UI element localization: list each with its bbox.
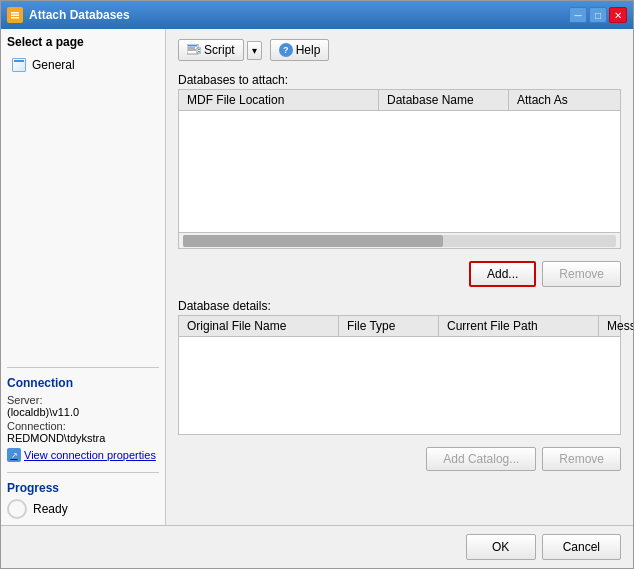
window-controls: ─ □ ✕	[569, 7, 627, 23]
content-area: Select a page General Connection Server:…	[1, 29, 633, 525]
databases-grid-header: MDF File Location Database Name Attach A…	[179, 90, 620, 111]
details-remove-button[interactable]: Remove	[542, 447, 621, 471]
server-value: (localdb)\v11.0	[7, 406, 159, 418]
maximize-button[interactable]: □	[589, 7, 607, 23]
help-button[interactable]: ? Help	[270, 39, 330, 61]
databases-grid: MDF File Location Database Name Attach A…	[178, 89, 621, 249]
svg-rect-1	[11, 12, 19, 14]
col-file-type: File Type	[339, 316, 439, 336]
title-bar: Attach Databases ─ □ ✕	[1, 1, 633, 29]
app-icon	[7, 7, 23, 23]
general-page-icon	[11, 57, 27, 73]
script-button[interactable]: Script	[178, 39, 244, 61]
main-panel: Script ▾ ? Help Databases to attach: MDF…	[166, 29, 633, 525]
svg-rect-3	[11, 17, 19, 19]
details-grid: Original File Name File Type Current Fil…	[178, 315, 621, 435]
col-database-name: Database Name	[379, 90, 509, 110]
databases-button-row: Add... Remove	[178, 261, 621, 287]
server-label: Server:	[7, 394, 159, 406]
connection-section-title: Connection	[7, 376, 159, 390]
connection-label: Connection:	[7, 420, 159, 432]
svg-rect-2	[11, 15, 19, 17]
main-window: Attach Databases ─ □ ✕ Select a page Gen…	[0, 0, 634, 569]
script-icon	[187, 44, 201, 56]
horizontal-scrollbar-container	[179, 232, 620, 248]
select-page-label: Select a page	[7, 35, 159, 49]
add-catalog-button[interactable]: Add Catalog...	[426, 447, 536, 471]
col-attach-as: Attach As	[509, 90, 621, 110]
link-icon: ↗	[7, 448, 21, 462]
progress-status: Ready	[33, 502, 68, 516]
toolbar: Script ▾ ? Help	[178, 39, 621, 61]
progress-section-title: Progress	[7, 481, 159, 495]
svg-rect-6	[188, 48, 195, 49]
databases-label: Databases to attach:	[178, 73, 621, 87]
close-button[interactable]: ✕	[609, 7, 627, 23]
connection-value: REDMOND\tdykstra	[7, 432, 159, 444]
col-mdf-location: MDF File Location	[179, 90, 379, 110]
svg-rect-8	[197, 48, 201, 53]
databases-section: Databases to attach: MDF File Location D…	[178, 73, 621, 249]
details-section: Database details: Original File Name Fil…	[178, 299, 621, 435]
details-grid-header: Original File Name File Type Current Fil…	[179, 316, 620, 337]
progress-content: Ready	[7, 499, 159, 519]
help-icon: ?	[279, 43, 293, 57]
footer: OK Cancel	[1, 525, 633, 568]
col-orig-filename: Original File Name	[179, 316, 339, 336]
horizontal-scrollbar[interactable]	[183, 235, 616, 247]
svg-rect-10	[198, 51, 200, 52]
details-button-row: Add Catalog... Remove	[178, 447, 621, 471]
view-connection-link[interactable]: ↗ View connection properties	[7, 448, 159, 462]
remove-button[interactable]: Remove	[542, 261, 621, 287]
details-label: Database details:	[178, 299, 621, 313]
window-title: Attach Databases	[29, 8, 130, 22]
progress-spinner	[7, 499, 27, 519]
add-button[interactable]: Add...	[469, 261, 536, 287]
svg-rect-7	[188, 50, 196, 51]
svg-rect-5	[188, 45, 197, 47]
databases-grid-body[interactable]	[179, 111, 620, 232]
sidebar-item-general[interactable]: General	[7, 55, 159, 75]
progress-section: Progress Ready	[7, 472, 159, 519]
title-bar-left: Attach Databases	[7, 7, 130, 23]
sidebar-item-label: General	[32, 58, 75, 72]
details-grid-body[interactable]	[179, 337, 620, 434]
connection-section: Connection Server: (localdb)\v11.0 Conne…	[7, 367, 159, 462]
col-current-path: Current File Path	[439, 316, 599, 336]
cancel-button[interactable]: Cancel	[542, 534, 621, 560]
script-dropdown-button[interactable]: ▾	[247, 41, 262, 60]
sidebar: Select a page General Connection Server:…	[1, 29, 166, 525]
scrollbar-thumb	[183, 235, 443, 247]
svg-rect-9	[198, 49, 200, 50]
ok-button[interactable]: OK	[466, 534, 536, 560]
col-message: Message	[599, 316, 633, 336]
minimize-button[interactable]: ─	[569, 7, 587, 23]
